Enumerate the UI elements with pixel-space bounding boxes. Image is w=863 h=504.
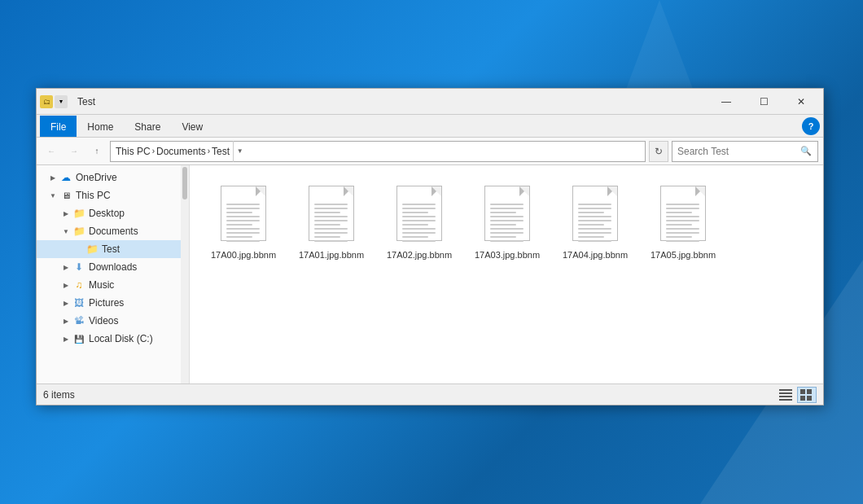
sidebar-label-documents: Documents — [89, 226, 138, 237]
forward-button[interactable]: → — [64, 142, 84, 161]
doc-line — [490, 216, 523, 217]
back-button[interactable]: ← — [42, 142, 61, 161]
doc-line — [666, 224, 692, 226]
file-item[interactable]: 17A04.jpg.bbnm — [554, 178, 636, 268]
doc-line — [666, 204, 699, 205]
doc-line — [226, 220, 260, 221]
close-button[interactable]: ✕ — [782, 89, 820, 115]
quick-access-arrow[interactable]: ▼ — [55, 95, 68, 108]
doc-line — [578, 224, 604, 226]
sidebar-item-this-pc[interactable]: ▼ 🖥 This PC — [37, 186, 189, 204]
doc-line — [226, 212, 252, 213]
file-icon-container — [393, 186, 445, 244]
doc-line — [402, 204, 436, 205]
document-page — [484, 186, 530, 241]
file-icon-container — [217, 186, 269, 244]
doc-line — [314, 208, 348, 209]
view-icons-button[interactable] — [797, 387, 817, 403]
tab-share[interactable]: Share — [124, 116, 171, 137]
crumb-documents[interactable]: Documents — [156, 146, 206, 157]
doc-line — [402, 232, 436, 234]
fold-corner — [607, 186, 617, 196]
refresh-button[interactable]: ↻ — [649, 141, 668, 162]
toggle-icon: ▶ — [59, 278, 72, 291]
test-folder-icon: 📁 — [85, 243, 99, 256]
sidebar-item-local-disk[interactable]: ▶ 💾 Local Disk (C:) — [37, 330, 189, 348]
fold-corner — [256, 186, 265, 196]
file-area: 17A00.jpg.bbnm 17A01.jp — [190, 165, 823, 383]
help-button[interactable]: ? — [802, 117, 820, 135]
address-path[interactable]: This PC › Documents › Test ▼ — [110, 141, 646, 162]
doc-line — [490, 220, 523, 221]
sidebar-scrollbar[interactable] — [181, 165, 189, 383]
file-item[interactable]: 17A03.jpg.bbnm — [467, 178, 548, 268]
sidebar: ▶ ☁ OneDrive ▼ 🖥 This PC ▶ 📁 Desktop — [37, 165, 190, 383]
file-name: 17A01.jpg.bbnm — [299, 249, 364, 261]
title-bar-icons: 🗂 ▼ — [40, 95, 68, 108]
sidebar-item-documents[interactable]: ▼ 📁 Documents — [37, 222, 189, 240]
svg-rect-0 — [779, 389, 792, 391]
doc-line — [666, 240, 699, 242]
doc-line — [578, 216, 611, 217]
doc-line — [226, 224, 252, 226]
toggle-icon: ▼ — [46, 189, 59, 202]
icons-view-icon — [800, 389, 813, 401]
file-item[interactable]: 17A01.jpg.bbnm — [291, 178, 372, 268]
doc-line — [490, 236, 516, 238]
toggle-icon: ▶ — [59, 296, 72, 309]
doc-line — [226, 236, 252, 238]
sidebar-item-videos[interactable]: ▶ 📽 Videos — [37, 312, 189, 330]
doc-line — [490, 228, 523, 230]
tab-home[interactable]: Home — [77, 116, 124, 137]
search-icon[interactable]: 🔍 — [799, 141, 813, 162]
doc-line — [402, 220, 436, 221]
doc-line — [490, 232, 523, 234]
local-disk-icon: 💾 — [72, 332, 85, 345]
file-name: 17A00.jpg.bbnm — [211, 249, 276, 261]
documents-icon: 📁 — [72, 225, 85, 238]
file-explorer-window: 🗂 ▼ Test — ☐ ✕ File Home Share View ? ← … — [36, 88, 824, 405]
doc-line — [490, 204, 523, 205]
window-title: Test — [77, 96, 707, 107]
doc-line — [578, 232, 611, 234]
file-item[interactable]: 17A02.jpg.bbnm — [379, 178, 460, 268]
document-page — [396, 186, 442, 241]
files-grid: 17A00.jpg.bbnm 17A01.jp — [190, 165, 823, 383]
document-page — [660, 186, 706, 241]
doc-line — [666, 212, 692, 213]
onedrive-icon: ☁ — [59, 171, 72, 184]
up-button[interactable]: ↑ — [87, 142, 107, 161]
sidebar-item-desktop[interactable]: ▶ 📁 Desktop — [37, 204, 189, 222]
doc-line — [490, 212, 516, 213]
sidebar-item-downloads[interactable]: ▶ ⬇ Downloads — [37, 258, 189, 276]
sidebar-label-local-disk: Local Disk (C:) — [89, 333, 153, 344]
doc-line — [666, 208, 699, 209]
maximize-button[interactable]: ☐ — [745, 89, 782, 115]
sidebar-label-onedrive: OneDrive — [76, 172, 117, 183]
crumb-test[interactable]: Test — [212, 146, 230, 157]
doc-line — [666, 232, 699, 234]
search-input[interactable] — [677, 146, 799, 157]
tab-file[interactable]: File — [40, 116, 77, 137]
toggle-icon: ▶ — [59, 207, 72, 220]
file-item[interactable]: 17A00.jpg.bbnm — [203, 178, 284, 268]
sidebar-item-music[interactable]: ▶ ♫ Music — [37, 276, 189, 294]
file-item[interactable]: 17A05.jpg.bbnm — [642, 178, 724, 268]
doc-line — [226, 208, 260, 209]
address-dropdown[interactable]: ▼ — [233, 141, 246, 162]
window-icon-folder: 🗂 — [40, 95, 53, 108]
sidebar-item-onedrive[interactable]: ▶ ☁ OneDrive — [37, 169, 189, 186]
sidebar-item-test[interactable]: 📁 Test — [37, 240, 189, 258]
file-name: 17A05.jpg.bbnm — [651, 249, 716, 261]
view-buttons — [776, 387, 817, 403]
tab-view[interactable]: View — [171, 116, 213, 137]
doc-line — [578, 220, 611, 221]
sidebar-item-pictures[interactable]: ▶ 🖼 Pictures — [37, 294, 189, 312]
minimize-button[interactable]: — — [707, 89, 745, 115]
svg-rect-2 — [779, 396, 792, 397]
sidebar-scrollthumb — [182, 167, 187, 199]
crumb-this-pc[interactable]: This PC — [116, 146, 151, 157]
doc-line — [226, 232, 260, 234]
view-details-button[interactable] — [776, 387, 795, 403]
music-icon: ♫ — [72, 278, 85, 291]
